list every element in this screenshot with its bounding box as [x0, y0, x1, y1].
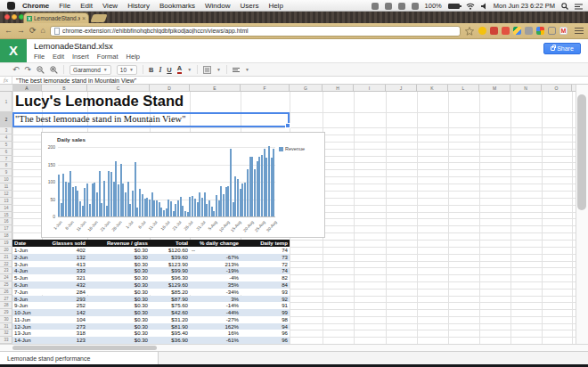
row-header-9[interactable]: 9: [0, 169, 12, 176]
gray-extension-icon[interactable]: [525, 27, 533, 35]
row-header-29[interactable]: 29: [0, 309, 12, 316]
zoom-in-icon[interactable]: [50, 66, 58, 74]
macos-menu-help[interactable]: Help: [268, 2, 282, 10]
table-cell[interactable]: -4%: [190, 274, 241, 281]
table-cell[interactable]: 8-Jun: [12, 296, 42, 303]
table-cell[interactable]: 3-Jun: [12, 261, 42, 268]
table-cell[interactable]: 72: [241, 261, 290, 268]
table-cell[interactable]: 413: [42, 261, 87, 268]
row-header-32[interactable]: 32: [0, 330, 12, 337]
daily-sales-chart[interactable]: Daily sales 0501001502001-Jun6-Jun11-Jun…: [41, 132, 325, 238]
table-cell[interactable]: 98: [241, 316, 290, 323]
table-cell[interactable]: 93: [241, 289, 290, 296]
table-cell[interactable]: $81.90: [150, 323, 190, 330]
macos-menu-bookmarks[interactable]: Bookmarks: [159, 2, 195, 10]
home-button[interactable]: ⌂: [41, 27, 45, 35]
row-header-23[interactable]: 23: [0, 267, 12, 274]
row-header-17[interactable]: 17: [0, 225, 12, 232]
table-cell[interactable]: 35%: [190, 281, 241, 289]
table-cell[interactable]: -14%: [190, 302, 241, 309]
status-icon-2[interactable]: [385, 3, 392, 10]
table-cell[interactable]: 13-Jun: [12, 330, 42, 337]
column-header-N[interactable]: N: [510, 85, 542, 92]
underline-button[interactable]: U: [167, 66, 171, 74]
text-color-button[interactable]: A: [177, 65, 182, 74]
table-cell[interactable]: 5-Jun: [12, 274, 42, 281]
row-header-16[interactable]: 16: [0, 218, 12, 225]
table-cell[interactable]: 284: [42, 289, 87, 296]
macos-menu-window[interactable]: Window: [205, 2, 230, 10]
table-cell[interactable]: $95.40: [150, 330, 190, 337]
table-cell[interactable]: $75.60: [150, 302, 190, 309]
italic-button[interactable]: I: [159, 66, 161, 74]
table-cell[interactable]: $31.20: [150, 316, 190, 323]
app-menu-edit[interactable]: Edit: [53, 53, 64, 61]
table-cell[interactable]: $42.60: [150, 309, 190, 316]
table-cell[interactable]: 273: [42, 323, 87, 330]
table-cell[interactable]: $36.90: [150, 337, 190, 344]
table-cell[interactable]: $129.60: [150, 281, 190, 289]
macos-menu-file[interactable]: File: [59, 2, 70, 10]
table-row[interactable]: 10-Jun142$0.30$42.60-44%99: [12, 309, 290, 316]
table-row[interactable]: 6-Jun432$0.30$129.6035%84: [12, 281, 290, 289]
table-cell[interactable]: 11-Jun: [12, 316, 42, 323]
table-row[interactable]: 12-Jun273$0.30$81.90162%94: [12, 323, 290, 330]
macos-menu-edit[interactable]: Edit: [80, 2, 93, 10]
reload-button[interactable]: ⟳: [29, 27, 37, 35]
horizontal-scrollbar-thumb[interactable]: [12, 346, 157, 350]
row-header-15[interactable]: 15: [0, 212, 12, 219]
macos-menu-view[interactable]: View: [102, 2, 118, 10]
table-cell[interactable]: $85.20: [150, 289, 190, 296]
table-cell[interactable]: 2-Jun: [12, 254, 42, 261]
table-cell[interactable]: $99.90: [150, 267, 190, 274]
row-header-13[interactable]: 13: [0, 198, 12, 205]
table-cell[interactable]: 96: [241, 337, 290, 344]
table-cell[interactable]: 321: [42, 274, 87, 281]
column-header-C[interactable]: C: [87, 85, 150, 92]
browser-tab[interactable]: X LemonadeStand.xlsx ×: [23, 12, 89, 23]
menu-bar-clock[interactable]: Mon Jun 23 6:22 PM: [494, 2, 555, 10]
sheet-tab[interactable]: Lemonade stand performance: [0, 352, 159, 365]
drive-extension-icon[interactable]: [513, 27, 521, 35]
formula-bar[interactable]: fx "The best lemonade stand in Mountain …: [0, 77, 588, 85]
table-cell[interactable]: 73: [241, 254, 290, 261]
document-title[interactable]: LemonadeStand.xlsx: [34, 41, 113, 51]
font-family-select[interactable]: Garamond▼: [69, 65, 111, 75]
table-cell[interactable]: 7-Jun: [12, 289, 42, 296]
multicolor-extension-icon[interactable]: [536, 27, 544, 35]
notification-center-icon[interactable]: [575, 3, 583, 10]
table-row[interactable]: 7-Jun284$0.30$85.20-34%93: [12, 289, 290, 296]
table-row[interactable]: 13-Jun318$0.30$95.4016%96: [12, 330, 290, 337]
chevron-down-icon[interactable]: ▼: [187, 67, 192, 72]
table-cell[interactable]: 142: [42, 309, 87, 316]
table-cell[interactable]: $96.30: [150, 274, 190, 281]
table-cell[interactable]: -44%: [190, 309, 241, 316]
red-extension-icon[interactable]: [490, 27, 498, 35]
table-cell[interactable]: $0.30: [87, 302, 150, 309]
table-cell[interactable]: 318: [42, 330, 87, 337]
tab-close-icon[interactable]: ×: [82, 16, 86, 21]
table-cell[interactable]: $0.30: [87, 289, 150, 296]
column-header-I[interactable]: I: [354, 85, 386, 92]
column-header-L[interactable]: L: [448, 85, 479, 92]
row-header-8[interactable]: 8: [0, 162, 12, 169]
table-cell[interactable]: 213%: [190, 261, 241, 268]
table-cell[interactable]: 123: [42, 337, 87, 344]
table-cell[interactable]: -67%: [190, 254, 241, 261]
row-header-28[interactable]: 28: [0, 302, 12, 309]
table-cell[interactable]: 9-Jun: [12, 302, 42, 309]
table-cell[interactable]: $0.30: [87, 281, 150, 289]
bold-button[interactable]: B: [149, 66, 153, 74]
row-header-10[interactable]: 10: [0, 176, 12, 184]
table-cell[interactable]: -27%: [190, 316, 241, 323]
table-cell[interactable]: 6-Jun: [12, 281, 42, 289]
row-header-20[interactable]: 20: [0, 247, 12, 254]
column-header-E[interactable]: E: [190, 85, 241, 92]
app-menu-help[interactable]: Help: [127, 53, 140, 61]
address-bar[interactable]: chrome-extension://ehibbfinohgbchlgdbfpi…: [50, 26, 461, 37]
table-cell[interactable]: $0.30: [87, 330, 150, 337]
table-cell[interactable]: 333: [42, 267, 87, 274]
table-cell[interactable]: $87.90: [150, 296, 190, 303]
table-cell[interactable]: $0.30: [87, 323, 150, 330]
table-cell[interactable]: -19%: [190, 267, 241, 274]
